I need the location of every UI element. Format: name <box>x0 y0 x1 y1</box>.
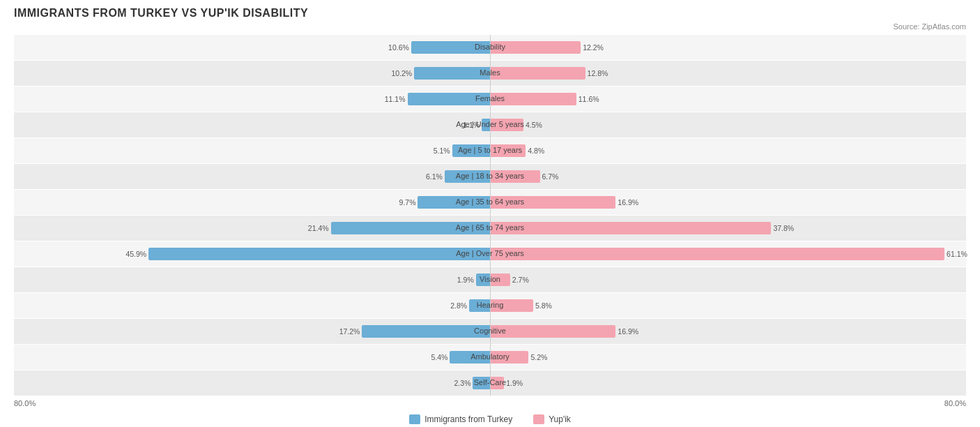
row-label: Ambulatory <box>470 352 510 361</box>
row-label: Age | 65 to 74 years <box>456 223 524 232</box>
left-section: 6.1% <box>14 164 490 189</box>
chart-title: IMMIGRANTS FROM TURKEY VS YUP'IK DISABIL… <box>14 7 966 20</box>
value-right: 5.8% <box>533 301 552 310</box>
legend-blue-label: Immigrants from Turkey <box>424 414 512 424</box>
left-section: 21.4% <box>14 216 490 241</box>
row-label: Hearing <box>477 301 504 309</box>
bar-pink <box>490 325 615 338</box>
right-section: 16.9% <box>490 190 966 215</box>
right-section: 16.9% <box>490 319 966 344</box>
legend-pink-label: Yup'ik <box>549 414 571 424</box>
bar-blue <box>362 325 490 338</box>
value-right: 61.1% <box>944 250 967 258</box>
legend-pink-swatch <box>533 414 544 424</box>
value-left: 21.4% <box>308 224 331 232</box>
value-right: 1.9% <box>504 379 523 387</box>
legend: Immigrants from Turkey Yup'ik <box>14 414 966 424</box>
value-left: 2.3% <box>454 379 473 387</box>
right-section: 12.8% <box>490 61 966 86</box>
value-right: 16.9% <box>615 327 638 336</box>
row-label: Age | Under 5 years <box>456 120 524 128</box>
legend-blue: Immigrants from Turkey <box>409 414 512 424</box>
value-right: 12.2% <box>581 43 604 52</box>
value-right: 4.8% <box>526 147 544 155</box>
value-left: 11.1% <box>385 95 408 103</box>
right-section: 11.6% <box>490 87 966 112</box>
left-section: 2.3% <box>14 370 490 396</box>
bar-blue <box>148 248 490 260</box>
right-section: 12.2% <box>490 35 966 60</box>
value-left: 45.9% <box>125 250 148 258</box>
value-left: 1.9% <box>457 276 476 284</box>
right-section: 4.8% <box>490 138 966 163</box>
row-label: Age | 5 to 17 years <box>458 146 522 154</box>
value-left: 2.8% <box>450 301 469 310</box>
value-left: 17.2% <box>339 327 362 336</box>
value-right: 4.5% <box>523 121 542 129</box>
legend-blue-swatch <box>409 414 420 424</box>
chart-wrapper: 10.6%12.2%Disability10.2%12.8%Males11.1%… <box>14 35 966 396</box>
row-label: Age | 18 to 34 years <box>456 172 524 180</box>
axis-left: 80.0% <box>14 399 36 407</box>
row-label: Age | Over 75 years <box>456 249 524 257</box>
value-right: 6.7% <box>540 172 559 181</box>
right-section: 5.2% <box>490 345 966 370</box>
right-section: 37.8% <box>490 216 966 241</box>
value-right: 2.7% <box>510 276 529 284</box>
left-section: 9.7% <box>14 190 490 215</box>
legend-pink: Yup'ik <box>533 414 571 424</box>
axis-row: 80.0% 80.0% <box>14 396 966 412</box>
value-right: 16.9% <box>615 198 638 207</box>
left-section: 1.1% <box>14 112 490 137</box>
left-section: 5.1% <box>14 138 490 163</box>
right-section: 5.8% <box>490 293 966 318</box>
value-left: 5.1% <box>434 147 452 155</box>
right-section: 4.5% <box>490 112 966 137</box>
right-section: 6.7% <box>490 164 966 189</box>
value-left: 10.2% <box>391 69 414 77</box>
left-section: 1.9% <box>14 267 490 292</box>
row-label: Females <box>475 94 505 103</box>
right-section: 1.9% <box>490 370 966 396</box>
left-section: 2.8% <box>14 293 490 318</box>
left-section: 10.2% <box>14 61 490 86</box>
bar-blue <box>414 67 490 80</box>
bar-pink <box>490 248 944 260</box>
value-left: 6.1% <box>426 172 445 181</box>
value-right: 11.6% <box>576 95 599 103</box>
center-line <box>490 35 491 396</box>
right-section: 61.1% <box>490 241 966 267</box>
value-left: 5.4% <box>431 353 450 361</box>
value-left: 10.6% <box>388 43 411 52</box>
axis-right: 80.0% <box>944 399 966 407</box>
bar-pink <box>490 67 585 80</box>
row-label: Age | 35 to 64 years <box>456 197 524 206</box>
value-left: 9.7% <box>399 198 418 207</box>
bar-pink <box>490 222 771 234</box>
left-section: 45.9% <box>14 241 490 267</box>
value-right: 5.2% <box>528 353 547 361</box>
row-label: Disability <box>475 43 505 51</box>
row-label: Cognitive <box>474 327 506 335</box>
row-label: Self-Care <box>474 378 506 387</box>
row-label: Males <box>480 68 500 77</box>
row-label: Vision <box>480 275 500 283</box>
value-right: 37.8% <box>771 224 794 232</box>
left-section: 10.6% <box>14 35 490 60</box>
right-section: 2.7% <box>490 267 966 292</box>
value-right: 12.8% <box>585 69 608 77</box>
source-label: Source: ZipAtlas.com <box>14 22 966 31</box>
left-section: 17.2% <box>14 319 490 344</box>
left-section: 11.1% <box>14 87 490 112</box>
left-section: 5.4% <box>14 345 490 370</box>
